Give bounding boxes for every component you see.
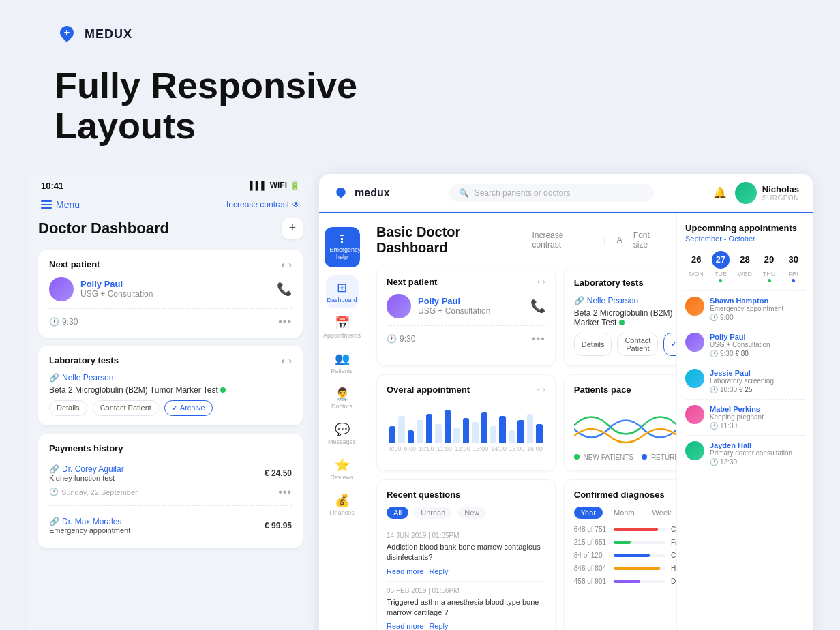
rq-readmore-2[interactable]: Read more [387, 622, 423, 630]
desk-lab-archive-btn[interactable]: ✓ Archive [663, 333, 676, 356]
rq-tab-unread[interactable]: Unread [414, 507, 452, 519]
appointment-time: 🕐 9:30 [49, 317, 78, 327]
diag-tab-year[interactable]: Year [574, 507, 603, 519]
chart-next-icon[interactable]: › [543, 385, 545, 394]
next-arrow-icon[interactable]: › [288, 259, 292, 270]
diag-name-2: Concussion [671, 552, 676, 559]
appt-time-0: 🕐 9:00 [710, 314, 783, 321]
desk-more-options[interactable]: ••• [532, 333, 545, 345]
desk-patient-contact-icon[interactable]: 📞 [530, 299, 545, 314]
appt-avatar-4 [685, 441, 704, 460]
contrast-icon: 👁 [292, 200, 300, 209]
desktop-search[interactable]: 🔍 Search parients or doctors [449, 184, 654, 202]
prev-icon[interactable]: ‹ [537, 277, 540, 286]
patient-nav-arrows[interactable]: ‹ › [282, 259, 292, 270]
desktop-right-panel: Upcomming appointments September - Octob… [676, 213, 813, 630]
lab-next-arrow[interactable]: › [288, 355, 292, 366]
dashboard-icon: ⊞ [337, 280, 347, 295]
lab-details-button[interactable]: Details [49, 400, 87, 416]
lab-prev-arrow[interactable]: ‹ [282, 355, 285, 366]
desk-lab-doctor: 🔗 Nelle Pearson [574, 296, 676, 305]
appointment-list: Shawn Hampton Emergency appointment 🕐 9:… [685, 290, 805, 471]
appt-item-2: Jessie Paul Laboratory screening 🕐 10:30… [685, 363, 805, 399]
cal-day-28[interactable]: 28 WED [734, 251, 756, 282]
lab-contact-button[interactable]: Contact Patient [93, 400, 159, 416]
desktop-lab-tests-card: Laboratory tests ‹ › ••• 🔗 Nelle Pearson [564, 267, 676, 366]
chart-bar-10 [481, 412, 487, 442]
clock-icon-2: 🕐 [49, 487, 59, 496]
sidebar-item-reviews[interactable]: ⭐ Reviews [326, 453, 359, 485]
chart-bar-4 [426, 414, 432, 442]
user-details: Nicholas SURGEON [762, 184, 799, 202]
cal-dot [695, 279, 698, 282]
appt-type-4: Primary doctor consultation [710, 449, 792, 457]
messages-icon: 💬 [335, 422, 350, 437]
sidebar-item-patients[interactable]: 👥 Patients [326, 346, 359, 379]
next-icon[interactable]: › [543, 277, 545, 286]
desktop-logo-icon [333, 185, 349, 201]
cal-day-26[interactable]: 26 MON [685, 251, 708, 282]
sidebar-item-messages[interactable]: 💬 Messages [326, 417, 359, 450]
diag-bar-fill-2 [614, 554, 650, 557]
rq-reply-2[interactable]: Reply [429, 622, 448, 630]
appt-avatar-3 [685, 405, 704, 424]
desktop-header: medux 🔍 Search parients or doctors 🔔 Nic… [319, 174, 813, 213]
desktop-patients-pace-card: Patients pace NEW P [564, 374, 676, 471]
mobile-menu-button[interactable]: Menu [41, 199, 80, 210]
pace-chart-svg [574, 402, 676, 449]
desk-lab-contact-btn[interactable]: Contact Patient [617, 333, 658, 356]
patient-contact-icon[interactable]: 📞 [277, 282, 292, 297]
more-options-button[interactable]: ••• [278, 316, 292, 328]
desk-lab-details-btn[interactable]: Details [574, 333, 612, 356]
cal-day-30[interactable]: 30 FRI [782, 251, 805, 282]
appt-type-2: Laboratory screening [710, 377, 774, 385]
appt-item-3: Mabel Perkins Keeping pregnant 🕐 11:30 [685, 399, 805, 435]
chart-prev-icon[interactable]: ‹ [537, 385, 540, 394]
chart-nav[interactable]: ‹ › [537, 385, 545, 394]
lab-archive-button[interactable]: ✓ Archive [164, 400, 213, 416]
chart-bar-14 [518, 420, 524, 442]
diag-row-0: 648 of 751 Cold [574, 526, 676, 533]
cal-day-29[interactable]: 29 THU [758, 251, 781, 282]
sidebar-item-doctors[interactable]: 👨‍⚕️ Doctors [326, 382, 359, 415]
diag-name-1: Fracture [671, 539, 676, 546]
payment-more-button[interactable]: ••• [278, 486, 292, 498]
rq-actions-1: Read more Reply [387, 567, 545, 575]
doctors-icon: 👨‍⚕️ [335, 387, 350, 402]
diag-tab-week[interactable]: Week [646, 507, 676, 519]
chart-label: 13:00 [473, 445, 489, 452]
mobile-add-button[interactable]: + [282, 218, 303, 239]
notification-button[interactable]: 🔔 [713, 186, 727, 199]
rq-tab-new[interactable]: New [457, 507, 486, 519]
diag-name-3: Hepatitis [671, 565, 676, 572]
desktop-panel: medux 🔍 Search parients or doctors 🔔 Nic… [319, 174, 813, 630]
chart-label: 8:00 [389, 445, 402, 452]
sidebar-item-appointments[interactable]: 📅 Appointments [326, 311, 359, 344]
rq-readmore-1[interactable]: Read more [387, 567, 423, 575]
chart-label: 15:00 [509, 445, 525, 452]
rq-reply-1[interactable]: Reply [429, 567, 448, 575]
cal-day-label: FRI [788, 271, 798, 278]
emergency-help-button[interactable]: 🎙 Emergency help [325, 227, 360, 268]
desktop-logo: medux [333, 185, 390, 201]
diag-bar-fill-4 [614, 580, 640, 583]
font-label: A [617, 235, 622, 245]
diag-bar-bg-1 [614, 541, 665, 544]
cal-day-27[interactable]: 27 TUE [710, 251, 732, 282]
diag-bar-bg-3 [614, 567, 665, 570]
mobile-payments-card: Payments history 🔗 Dr. Corey Aguilar Kid… [38, 434, 303, 548]
rq-tab-all[interactable]: All [387, 507, 408, 519]
sidebar-item-finances[interactable]: 💰 Finances [326, 488, 359, 521]
diag-bar-bg-0 [614, 528, 665, 531]
chart-bar-16 [536, 424, 542, 442]
diag-tab-month[interactable]: Month [607, 507, 642, 519]
sidebar-item-dashboard[interactable]: ⊞ Dashboard [326, 275, 359, 308]
lab-nav-arrows[interactable]: ‹ › [282, 355, 292, 366]
new-patients-legend: NEW PATIENTS [574, 453, 633, 461]
appt-name-4: Jayden Hall [710, 441, 792, 449]
mobile-contrast-button[interactable]: Increase contrast 👁 [226, 200, 300, 209]
appt-info-4: Jayden Hall Primary doctor consultation … [710, 441, 792, 466]
prev-arrow-icon[interactable]: ‹ [282, 259, 285, 270]
desk-patient-nav[interactable]: ‹ › [537, 277, 545, 286]
desktop-main: Basic Doctor Dashboard Increase contrast… [365, 213, 676, 630]
